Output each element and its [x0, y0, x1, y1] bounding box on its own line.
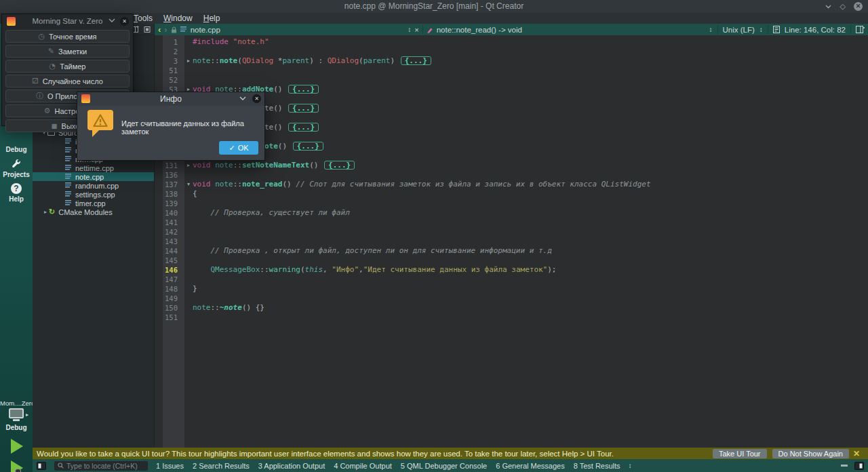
fold-gutter — [184, 170, 193, 180]
fold-gutter — [184, 189, 193, 199]
output-pane-button[interactable]: 2 Search Results — [193, 462, 250, 470]
output-pane-button[interactable]: 4 Compile Output — [334, 462, 392, 470]
tree-row[interactable]: ↻ randnum.cpp — [33, 181, 154, 190]
toggle-right-sidebar-icon[interactable] — [854, 462, 864, 470]
folded-block[interactable]: {...} — [288, 85, 319, 94]
tree-chevron-icon[interactable]: ▸ — [42, 209, 49, 215]
dialog-titlebar[interactable]: Инфо ✕ — [77, 92, 264, 106]
mode-debug[interactable]: Debug — [0, 146, 33, 153]
folded-block[interactable]: {...} — [401, 56, 431, 65]
code-text: QMessageBox::warning(this, "Инфо","Идет … — [193, 265, 557, 275]
fold-marker-icon[interactable]: ▾ — [184, 180, 193, 189]
output-pane-button[interactable]: 6 General Messages — [496, 462, 565, 470]
code-line: 136 — [155, 170, 868, 180]
line-number: 3 — [155, 56, 184, 66]
lock-icon — [171, 26, 177, 33]
fold-marker-icon[interactable]: ▸ — [184, 56, 193, 66]
progress-details-icon[interactable] — [841, 465, 848, 467]
tree-row[interactable]: ↻ note.cpp — [33, 172, 154, 181]
cpp-file-icon — [65, 138, 72, 145]
cursor-position[interactable]: Line: 146, Col: 82 — [785, 26, 846, 34]
code-line: 137▾void note::note_read() // Слот для с… — [155, 180, 868, 189]
shade-icon[interactable] — [108, 18, 115, 23]
menu-item[interactable]: Tools — [134, 14, 153, 23]
output-pane-button[interactable]: 3 Application Output — [258, 462, 325, 470]
run-button[interactable] — [11, 439, 23, 454]
close-document-icon[interactable]: × — [414, 26, 418, 34]
tree-row[interactable]: ↻ timer.cpp — [33, 199, 154, 208]
output-pane-button[interactable]: 5 QML Debugger Console — [401, 462, 487, 470]
morning-star-titlebar[interactable]: Morning Star v. Zero ✕ — [2, 14, 133, 28]
notification-button[interactable]: Do Not Show Again — [772, 449, 849, 458]
projects-mode-icon[interactable] — [11, 158, 22, 169]
code-line: 151 — [155, 313, 868, 322]
code-text: // Проверка , открыт ли файл, доступен л… — [193, 246, 552, 256]
menu-item[interactable]: Window — [163, 14, 193, 23]
line-number: 131 — [155, 161, 184, 170]
folded-block[interactable]: {...} — [288, 104, 319, 113]
cpp-file-icon — [65, 199, 72, 207]
menu-item[interactable]: Help — [203, 14, 220, 23]
open-document-selector[interactable]: note.cpp ↕ × — [180, 26, 419, 34]
locator-input[interactable]: Type to locate (Ctrl+K) — [54, 461, 148, 471]
help-mode-icon[interactable]: ? — [11, 183, 22, 194]
app-menu-button[interactable]: Случайное число — [5, 75, 130, 87]
symbol-selector[interactable]: note::note_read() -> void — [437, 26, 522, 34]
folded-block[interactable]: {...} — [293, 142, 323, 151]
info-dialog[interactable]: Инфо ✕ Идет считывание данных из файла з… — [77, 92, 265, 161]
fold-marker-icon[interactable]: ▸ — [184, 161, 193, 170]
titlebar[interactable]: note.cpp @ MorningStar_Zero [main] - Qt … — [0, 0, 868, 13]
forward-icon[interactable]: › — [164, 25, 167, 34]
output-pane-button[interactable]: 8 Test Results — [574, 462, 620, 470]
code-line: 148} — [155, 284, 868, 294]
app-menu-button[interactable]: Точное время — [5, 30, 130, 43]
open-file-name: note.cpp — [191, 26, 220, 34]
toggle-left-sidebar-icon[interactable] — [37, 462, 46, 470]
button-icon — [48, 47, 54, 55]
fold-gutter — [184, 75, 193, 85]
tree-row[interactable]: ↻ nettime.cpp — [33, 163, 154, 172]
code-text: { — [193, 189, 197, 199]
line-number: 139 — [155, 199, 184, 208]
fold-gutter — [184, 227, 193, 237]
shade-icon[interactable] — [239, 96, 246, 101]
fold-gutter — [184, 47, 193, 56]
close-notification-icon[interactable]: ✕ — [853, 449, 860, 458]
ok-button[interactable]: ✓ OK — [219, 141, 258, 155]
editor-area: ‹ › note.cpp ↕ × note::note_read() -> vo… — [155, 24, 868, 448]
button-icon — [36, 92, 43, 100]
line-number: 143 — [155, 237, 184, 246]
document-dropdown-icon[interactable]: ↕ — [408, 26, 411, 33]
notification-button[interactable]: Take UI Tour — [713, 449, 767, 458]
encoding-label[interactable]: Unix (LF) — [723, 26, 755, 34]
tree-row[interactable]: ▸ ↻ CMake Modules — [33, 208, 154, 216]
kit-selector-icon[interactable] — [9, 408, 24, 418]
encoding-dropdown-icon[interactable]: ↕ — [709, 26, 713, 33]
close-icon[interactable]: ✕ — [854, 2, 863, 11]
output-pane-dropdown-icon[interactable]: ↕ — [629, 462, 632, 469]
close-icon[interactable]: ✕ — [120, 17, 129, 26]
back-icon[interactable]: ‹ — [158, 25, 161, 34]
tree-row[interactable]: ↻ settings.cpp — [33, 190, 154, 199]
button-label: Заметки — [58, 47, 87, 56]
open-right-sidebar-icon[interactable] — [856, 26, 865, 33]
close-panel-icon[interactable] — [144, 26, 151, 33]
line-number: 138 — [155, 189, 184, 199]
folded-block[interactable]: {...} — [324, 161, 355, 170]
fold-gutter — [184, 218, 193, 227]
code-line: 150note::~note() {} — [155, 303, 868, 313]
close-icon[interactable]: ✕ — [252, 94, 261, 103]
fold-gutter — [184, 265, 193, 275]
app-menu-button[interactable]: Заметки — [5, 45, 130, 58]
mode-help[interactable]: Help — [0, 195, 33, 203]
tree-item-label: nettime.cpp — [75, 164, 114, 172]
tree-item-label: CMake Modules — [58, 208, 112, 216]
lineending-dropdown-icon[interactable]: ↕ — [760, 26, 763, 33]
folded-block[interactable]: {...} — [288, 123, 319, 132]
maximize-icon[interactable]: ◇ — [840, 2, 846, 11]
mode-projects[interactable]: Projects — [0, 171, 33, 178]
minimize-icon[interactable] — [825, 3, 832, 10]
symbol-icon — [427, 26, 433, 33]
app-menu-button[interactable]: Таймер — [5, 60, 130, 73]
output-pane-button[interactable]: 1 Issues — [156, 462, 184, 470]
